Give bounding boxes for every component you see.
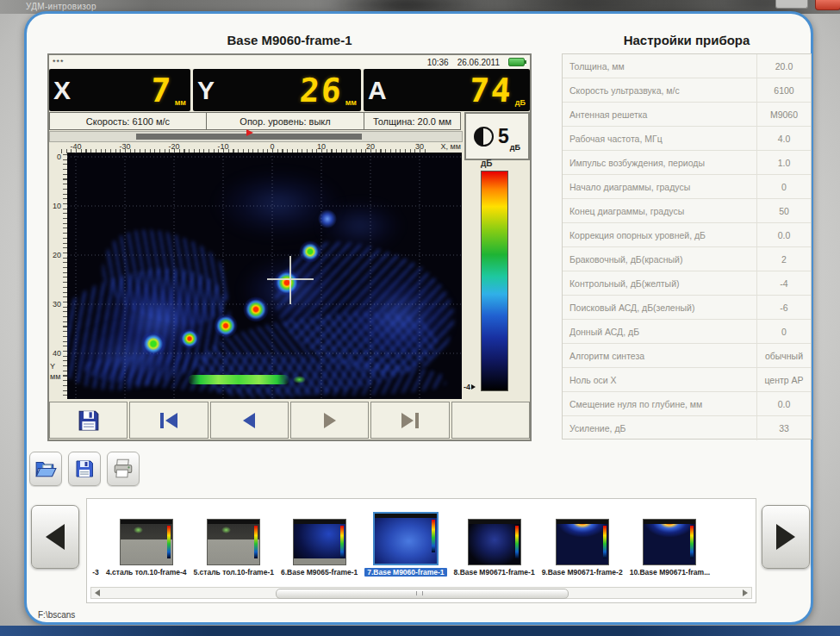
next-icon xyxy=(324,413,336,428)
colorbar-label: дБ xyxy=(481,159,493,168)
settings-row: Ноль оси Xцентр АР xyxy=(563,368,811,392)
film-item-label: 10.Base M90671-fram... xyxy=(630,568,711,577)
skip-first-icon xyxy=(160,413,164,428)
window-title: УДМ-интровизор xyxy=(26,2,96,11)
save-frame-button[interactable] xyxy=(49,402,128,439)
settings-row: Импульс возбуждения, периоды1.0 xyxy=(563,151,811,175)
scan-hotspot xyxy=(318,209,337,228)
film-item[interactable]: 10.Base M90671-fram... xyxy=(630,519,711,577)
lcd-x-label: X xyxy=(53,78,71,103)
info-speed: Скорость: 6100 м/с xyxy=(49,112,207,130)
scan-hotspot xyxy=(299,240,321,263)
film-thumbnail xyxy=(373,512,439,565)
prev-icon xyxy=(243,413,255,428)
film-next-button[interactable] xyxy=(762,505,810,569)
colorbar-min-label: -4 xyxy=(464,383,476,391)
film-thumbnail xyxy=(556,519,609,565)
film-thumbnail xyxy=(120,519,173,565)
save-button[interactable] xyxy=(68,452,101,486)
close-button[interactable] xyxy=(815,0,840,10)
transport-spacer xyxy=(451,402,530,439)
colorbar xyxy=(481,171,508,391)
film-item[interactable]: 6.Base M9065-frame-1 xyxy=(281,519,358,577)
status-path: F:\bscans xyxy=(38,610,75,620)
film-item[interactable]: 8.Base M90671-frame-1 xyxy=(454,519,535,577)
settings-row: Скорость ультразвука, м/с6100 xyxy=(563,78,811,103)
crosshair-cursor[interactable] xyxy=(289,256,291,304)
device-date: 26.06.2011 xyxy=(457,58,500,67)
film-item-selected[interactable]: 7.Base M9060-frame-1 xyxy=(364,512,446,577)
contrast-icon xyxy=(474,127,494,147)
x-tick-label: -10 xyxy=(210,142,236,151)
arrow-right-icon xyxy=(776,524,795,550)
next-frame-button[interactable] xyxy=(290,402,369,439)
film-item[interactable]: 4.сталь тол.10-frame-4 xyxy=(106,519,186,577)
settings-row: Поисковый АСД, дБ(зеленый)-6 xyxy=(563,296,811,320)
settings-table: Толщина, мм20.0 Скорость ультразвука, м/… xyxy=(562,53,812,440)
mini-colorbar xyxy=(432,520,435,552)
lcd-y-value: 26 xyxy=(299,74,344,107)
minimize-button[interactable] xyxy=(775,0,808,9)
mini-colorbar xyxy=(515,526,519,558)
floppy-icon xyxy=(74,458,95,479)
info-thickness: Толщина: 20.0 мм xyxy=(364,112,461,130)
mini-colorbar xyxy=(603,526,607,558)
mini-colorbar xyxy=(167,526,171,558)
film-item[interactable]: 5.сталь тол.10-frame-1 xyxy=(193,519,273,577)
scan-hotspot xyxy=(243,296,269,322)
film-item-label: 7.Base M9060-frame-1 xyxy=(364,568,446,577)
settings-row: Начало диаграммы, градусы0 xyxy=(563,175,811,199)
arrow-left-icon xyxy=(46,524,65,550)
contrast-button[interactable]: 5 дБ xyxy=(464,112,530,160)
x-tick-label: 10 xyxy=(308,142,334,151)
battery-icon xyxy=(508,58,525,66)
lcd-y-cell: Y 26 мм xyxy=(193,69,361,111)
film-item[interactable]: -3 xyxy=(92,519,99,577)
y-tick-label: 20 xyxy=(47,251,61,259)
lcd-x-cell: X 7 мм xyxy=(49,69,190,111)
scan-grid xyxy=(67,153,462,399)
transport-bar xyxy=(49,402,530,439)
first-frame-button[interactable] xyxy=(129,402,208,439)
crosshair-cursor[interactable] xyxy=(267,278,314,280)
film-thumbnail xyxy=(207,519,260,565)
open-button[interactable] xyxy=(29,452,62,486)
film-thumbnail xyxy=(643,519,696,565)
film-scrollbar[interactable] xyxy=(90,587,752,599)
skip-first-icon xyxy=(165,413,177,428)
settings-row: Конец диаграммы, градусы50 xyxy=(563,199,811,223)
settings-row: Усиление, дБ33 xyxy=(563,416,811,440)
scrollbar-left-arrow-icon[interactable] xyxy=(95,589,100,596)
last-frame-button[interactable] xyxy=(370,402,449,439)
scan-hotspot xyxy=(140,331,166,357)
skip-last-icon xyxy=(415,413,419,428)
scan-image[interactable] xyxy=(67,153,462,399)
x-position-scrollbar[interactable] xyxy=(49,131,463,142)
floppy-icon xyxy=(78,409,100,432)
print-button[interactable] xyxy=(107,452,140,486)
film-prev-button[interactable] xyxy=(31,505,79,569)
open-folder-icon xyxy=(34,458,57,479)
frame-title: Base M9060-frame-1 xyxy=(47,33,532,47)
contrast-value: 5 xyxy=(498,127,509,147)
film-scrollbar-thumb[interactable] xyxy=(276,589,568,599)
app-window: УДМ-интровизор Base M9060-frame-1 Настро… xyxy=(0,0,840,636)
y-tick-label: 40 xyxy=(47,349,61,358)
film-item[interactable]: 9.Base M90671-frame-2 xyxy=(542,519,623,577)
settings-row: Толщина, мм20.0 xyxy=(563,54,811,78)
device-status-strip: *** 10:36 26.06.2011 xyxy=(49,55,530,70)
prev-frame-button[interactable] xyxy=(210,402,289,439)
bottom-echo-streak xyxy=(188,375,289,384)
scan-hotspot xyxy=(214,314,238,338)
info-ref-level: Опор. уровень: выкл xyxy=(206,112,364,130)
x-tick-label: 20 xyxy=(358,142,383,151)
film-thumbnail xyxy=(293,519,346,565)
skip-last-icon xyxy=(401,413,414,428)
film-item-label: 9.Base M90671-frame-2 xyxy=(542,568,623,577)
film-strip: -3 4.сталь тол.10-frame-4 5.сталь тол.10… xyxy=(86,498,756,603)
settings-row: Антенная решеткаM9060 xyxy=(563,103,811,127)
film-item-label: 6.Base M9065-frame-1 xyxy=(281,568,358,577)
settings-row: Алгоритм синтезаобычный xyxy=(563,344,811,368)
scrollbar-right-arrow-icon[interactable] xyxy=(743,589,748,596)
record-indicator: *** xyxy=(53,58,65,66)
